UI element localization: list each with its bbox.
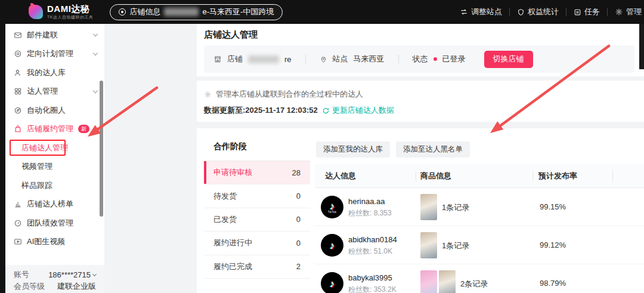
app-logo[interactable]: DAMI达秘 TK达人自动建联的工具: [29, 4, 93, 20]
account-panel: 账号 186****2715 会员等级 建联企业版: [5, 265, 104, 293]
header-card: 店铺达人管理 店铺 re 站点 马来西亚 状态 已登录 切换店铺: [197, 24, 644, 76]
tiktok-avatar: ♪: [321, 234, 343, 257]
creator-username[interactable]: babykal3995: [348, 273, 392, 282]
info-card: 管理本店铺从建联到合作的全过程中的达人 数据更新至:2025-11-17 12:…: [197, 81, 644, 122]
switch-shop-button[interactable]: 切换店铺: [484, 51, 533, 68]
refresh-data-link[interactable]: 更新店铺达人数据: [322, 105, 394, 116]
bar-chart-icon: [14, 200, 22, 208]
sidebar-item-label: 视频管理: [21, 161, 52, 172]
creator-followers: 粉丝数: 51.0K: [348, 246, 392, 257]
sidebar-item-my-creator-library[interactable]: 我的达人库: [5, 63, 104, 82]
stage-in-progress[interactable]: 履约进行中 0: [204, 232, 310, 255]
record-count: 1条记录: [442, 240, 469, 251]
menu-tasks[interactable]: 任务: [574, 7, 600, 17]
refresh-link-label: 更新店铺达人数据: [332, 105, 394, 116]
product-thumbnail[interactable]: [420, 270, 437, 293]
shop-label: 店铺: [227, 54, 243, 64]
account-row[interactable]: 账号 186****2715: [14, 269, 96, 280]
sidebar-item-label: 样品跟踪: [21, 180, 52, 191]
membership-row: 会员等级 建联企业版: [14, 280, 96, 292]
shield-icon: [517, 8, 525, 16]
table-row[interactable]: ♪ babykal3995 粉丝数: 353.2K 2条记录 98.79%: [315, 264, 644, 293]
sidebar-nav: 邮件建联 定向计划管理 我的达人库 达人管理 自动化圈人: [5, 24, 104, 251]
sidebar-item-targeted-plan[interactable]: 定向计划管理: [5, 45, 104, 64]
table-header: 达人信息 商品信息 预计发布率: [315, 164, 644, 188]
new-badge: 新: [78, 125, 89, 133]
sidebar-item-ai-image-to-video[interactable]: AI图生视频: [5, 233, 104, 252]
sidebar-item-label: 店铺达人管理: [21, 143, 68, 153]
gauge-icon: [14, 219, 22, 227]
shop-info-pill[interactable]: 店铺信息 e-马来西亚-中国跨境: [110, 4, 283, 20]
radio-icon: [119, 8, 126, 16]
tiktok-wordmark: TikTok: [328, 211, 337, 214]
sidebar-item-team-performance[interactable]: 团队绩效管理: [5, 214, 104, 233]
menu-separator: [566, 8, 566, 16]
table-row[interactable]: ♪ TikTok herinaa.aa 粉丝数: 8,353 1条记录 99.1…: [315, 188, 644, 226]
shop-info-bar: 店铺 re 站点 马来西亚 状态 已登录 切换店铺: [204, 45, 634, 73]
menu-manage[interactable]: 管理: [615, 7, 642, 17]
status-label: 状态: [413, 54, 428, 64]
video-icon: [14, 238, 22, 246]
stage-label: 履约进行中: [213, 238, 252, 248]
menu-manage-label: 管理: [626, 7, 642, 17]
stage-label: 申请待审核: [213, 167, 252, 178]
stage-label: 履约已完成: [213, 261, 252, 272]
tiktok-note-icon: ♪: [330, 240, 335, 251]
sidebar-subitem-sample-tracking[interactable]: 样品跟踪: [5, 176, 104, 195]
store-icon: [213, 55, 222, 63]
record-count: 2条记录: [460, 279, 488, 289]
column-separator: [416, 171, 416, 181]
stage-count: 0: [296, 192, 301, 201]
stage-shipped[interactable]: 已发货 0: [204, 208, 310, 232]
bulk-actions: 添加至我的达人库 添加至达人黑名单: [316, 141, 470, 158]
creator-username[interactable]: abidkhan0184: [348, 235, 397, 244]
sidebar-item-shop-creator-ranking[interactable]: 店铺达人榜单: [5, 195, 104, 214]
column-separator: [532, 171, 533, 181]
stage-pending-review[interactable]: 申请待审核 28: [204, 161, 310, 184]
creator-username[interactable]: herinaa.aa: [348, 197, 385, 206]
product-thumbnail[interactable]: [420, 232, 437, 258]
membership-label: 会员等级: [14, 281, 45, 292]
menu-adjust-site[interactable]: 调整站点: [460, 7, 502, 17]
content-card: 合作阶段 申请待审核 28 待发货 0 已发货 0 履约进行中 0 履约已完成 …: [197, 128, 644, 293]
shop-pill-suffix: e-马来西亚-中国跨境: [202, 7, 274, 17]
menu-benefit-stats[interactable]: 权益统计: [517, 7, 559, 17]
sidebar-scrollbar[interactable]: [100, 81, 103, 217]
cooperation-stage-panel: 合作阶段 申请待审核 28 待发货 0 已发货 0 履约进行中 0 履约已完成 …: [204, 128, 310, 279]
sidebar-item-label: 店铺达人榜单: [27, 199, 73, 209]
logo-title: DAMI达秘: [47, 4, 93, 13]
add-to-blacklist-button[interactable]: 添加至达人黑名单: [396, 141, 470, 158]
membership-value: 建联企业版: [57, 281, 96, 292]
creator-followers: 粉丝数: 8,353: [348, 208, 392, 218]
sidebar-item-creator-management[interactable]: 达人管理: [5, 82, 104, 101]
sidebar-subitem-shop-creator-management[interactable]: 店铺达人管理: [5, 138, 104, 158]
creator-followers: 粉丝数: 353.2K: [348, 285, 397, 293]
top-menu: 调整站点 权益统计 任务 管理: [460, 0, 642, 24]
publish-rate: 99.12%: [540, 240, 566, 249]
menu-benefit-stats-label: 权益统计: [528, 7, 559, 17]
right-edge-strip: [639, 24, 644, 69]
sidebar-item-shop-fulfillment[interactable]: 店铺履约管理 新: [5, 120, 104, 139]
sidebar-item-auto-circle[interactable]: 自动化圈人: [5, 101, 104, 120]
tiktok-note-icon: ♪: [330, 279, 335, 289]
add-to-library-button[interactable]: 添加至我的达人库: [316, 141, 390, 158]
sidebar-subitem-video-management[interactable]: 视频管理: [5, 158, 104, 177]
status-value: 已登录: [442, 54, 466, 64]
column-product-info: 商品信息: [420, 171, 451, 181]
account-label: 账号: [14, 269, 29, 280]
table-row[interactable]: ♪ abidkhan0184 粉丝数: 51.0K 1条记录 99.12%: [315, 226, 644, 264]
divider: [305, 55, 306, 63]
stage-to-ship[interactable]: 待发货 0: [204, 184, 310, 208]
stage-count: 2: [296, 262, 301, 271]
sidebar-item-email-outreach[interactable]: 邮件建联: [5, 26, 104, 45]
product-thumbnail[interactable]: [439, 270, 456, 293]
stage-label: 待发货: [213, 191, 237, 202]
product-thumbnail[interactable]: [420, 194, 437, 220]
stage-completed[interactable]: 履约已完成 2: [204, 255, 310, 279]
target-icon: [14, 50, 22, 58]
gear-icon: [615, 8, 623, 16]
tiktok-avatar: ♪: [321, 272, 343, 293]
chevron-up-icon: [94, 128, 98, 132]
top-bar: DAMI达秘 TK达人自动建联的工具 店铺信息 e-马来西亚-中国跨境 调整站点: [0, 0, 644, 24]
refresh-icon: [322, 107, 330, 115]
